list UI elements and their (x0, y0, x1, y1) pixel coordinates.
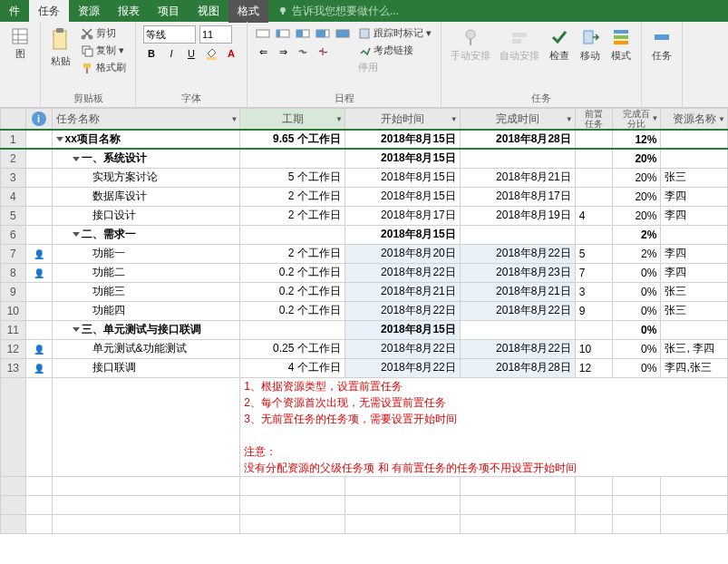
start-cell[interactable]: 2018年8月21日 (345, 282, 460, 301)
empty-row[interactable] (1, 476, 728, 495)
row-number[interactable]: 2 (1, 149, 26, 168)
start-cell[interactable]: 2018年8月15日 (345, 225, 460, 244)
font-color-button[interactable]: A (223, 45, 239, 62)
row-number[interactable]: 8 (1, 263, 26, 282)
res-cell[interactable]: 张三 (661, 301, 728, 320)
table-row[interactable]: 6二、需求一2018年8月15日2% (1, 225, 728, 244)
res-cell[interactable]: 李四,张三 (661, 358, 728, 377)
menu-view[interactable]: 视图 (189, 0, 228, 23)
duration-cell[interactable]: 2 个工作日 (240, 206, 345, 225)
pct-cell[interactable]: 2% (613, 244, 661, 263)
pct-cell[interactable]: 2% (613, 225, 661, 244)
indicator-header[interactable]: i (25, 109, 52, 131)
pct-cell[interactable]: 0% (613, 339, 661, 358)
start-header[interactable]: 开始时间▼ (345, 109, 460, 131)
format-painter-button[interactable]: 格式刷 (79, 60, 128, 75)
res-cell[interactable] (661, 225, 728, 244)
dropdown-icon[interactable]: ▼ (651, 115, 658, 123)
name-header[interactable]: 任务名称▼ (52, 109, 240, 131)
pct-cell[interactable]: 20% (613, 187, 661, 206)
finish-cell[interactable]: 2018年8月23日 (460, 263, 575, 282)
pred-cell[interactable] (575, 149, 613, 168)
font-name-select[interactable] (143, 25, 196, 44)
task-grid[interactable]: i 任务名称▼ 工期▼ 开始时间▼ 完成时间▼ 前置 任务 完成百分比▼ 资源名… (0, 108, 728, 534)
row-number[interactable]: 4 (1, 187, 26, 206)
duration-cell[interactable]: 0.2 个工作日 (240, 301, 345, 320)
res-cell[interactable]: 李四 (661, 244, 728, 263)
menu-resource[interactable]: 资源 (69, 0, 109, 23)
finish-cell[interactable] (460, 225, 575, 244)
duration-cell[interactable] (240, 149, 345, 168)
pct-cell[interactable]: 0% (613, 282, 661, 301)
start-cell[interactable]: 2018年8月15日 (345, 130, 460, 149)
finish-cell[interactable]: 2018年8月22日 (460, 244, 575, 263)
empty-row[interactable] (1, 495, 728, 514)
table-row[interactable]: 10功能四0.2 个工作日2018年8月22日2018年8月22日90%张三 (1, 301, 728, 320)
res-cell[interactable] (661, 149, 728, 168)
start-cell[interactable]: 2018年8月15日 (345, 320, 460, 339)
duration-cell[interactable] (240, 225, 345, 244)
task-name-cell[interactable]: 三、单元测试与接口联调 (52, 320, 240, 339)
menu-task[interactable]: 任务 (29, 0, 69, 23)
table-row[interactable]: 3实现方案讨论5 个工作日2018年8月15日2018年8月21日20%张三 (1, 168, 728, 187)
pred-header[interactable]: 前置 任务 (575, 109, 613, 131)
menu-report[interactable]: 报表 (109, 0, 149, 23)
pct100-button[interactable] (335, 25, 351, 42)
link-button[interactable] (295, 44, 311, 60)
rownum-header[interactable] (1, 109, 26, 131)
finish-cell[interactable]: 2018年8月22日 (460, 339, 575, 358)
table-row[interactable]: 8👤功能二0.2 个工作日2018年8月22日2018年8月23日70%李四 (1, 263, 728, 282)
menu-file[interactable]: 件 (0, 0, 29, 23)
finish-cell[interactable]: 2018年8月22日 (460, 301, 575, 320)
unlink-button[interactable] (315, 44, 331, 60)
menu-format[interactable]: 格式 (228, 0, 268, 23)
empty-row[interactable] (1, 514, 728, 533)
start-cell[interactable]: 2018年8月15日 (345, 168, 460, 187)
dropdown-icon[interactable]: ▼ (718, 115, 725, 123)
auto-schedule-button[interactable]: 自动安排 (498, 25, 541, 90)
task-name-cell[interactable]: 单元测试&功能测试 (52, 339, 240, 358)
pred-cell[interactable] (575, 187, 613, 206)
table-row[interactable]: 7👤功能一2 个工作日2018年8月20日2018年8月22日52%李四 (1, 244, 728, 263)
manual-schedule-button[interactable]: 手动安排 (449, 25, 492, 90)
finish-cell[interactable]: 2018年8月21日 (460, 168, 575, 187)
finish-cell[interactable]: 2018年8月19日 (460, 206, 575, 225)
duration-cell[interactable]: 2 个工作日 (240, 244, 345, 263)
start-cell[interactable]: 2018年8月15日 (345, 149, 460, 168)
row-number[interactable]: 11 (1, 320, 26, 339)
start-cell[interactable]: 2018年8月22日 (345, 339, 460, 358)
pred-cell[interactable]: 7 (575, 263, 613, 282)
gantt-chart-button[interactable]: 图 (7, 25, 33, 103)
fill-color-button[interactable] (203, 45, 219, 62)
finish-cell[interactable]: 2018年8月21日 (460, 282, 575, 301)
table-row[interactable]: 5接口设计2 个工作日2018年8月17日2018年8月19日420%李四 (1, 206, 728, 225)
finish-cell[interactable] (460, 149, 575, 168)
task-name-cell[interactable]: 二、需求一 (52, 225, 240, 244)
task-name-cell[interactable]: 接口联调 (52, 358, 240, 377)
table-row[interactable]: 13👤接口联调4 个工作日2018年8月22日2018年8月28日120%李四,… (1, 358, 728, 377)
row-number[interactable]: 3 (1, 168, 26, 187)
pred-cell[interactable] (575, 225, 613, 244)
duration-cell[interactable]: 5 个工作日 (240, 168, 345, 187)
task-name-cell[interactable]: 一、系统设计 (52, 149, 240, 168)
pred-cell[interactable]: 9 (575, 301, 613, 320)
pct-cell[interactable]: 0% (613, 301, 661, 320)
duration-cell[interactable]: 2 个工作日 (240, 187, 345, 206)
copy-button[interactable]: 复制 ▾ (79, 43, 128, 58)
pct-cell[interactable]: 0% (613, 358, 661, 377)
res-cell[interactable]: 张三 (661, 168, 728, 187)
task-name-cell[interactable]: 功能三 (52, 282, 240, 301)
tell-me-search[interactable]: 告诉我您想要做什么... (277, 4, 399, 19)
res-cell[interactable]: 李四 (661, 187, 728, 206)
dropdown-icon[interactable]: ▼ (451, 115, 458, 123)
pct-cell[interactable]: 0% (613, 263, 661, 282)
table-row[interactable]: 9功能三0.2 个工作日2018年8月21日2018年8月21日30%张三 (1, 282, 728, 301)
res-cell[interactable] (661, 130, 728, 149)
res-cell[interactable]: 张三, 李四 (661, 339, 728, 358)
table-row[interactable]: 1xx项目名称9.65 个工作日2018年8月15日2018年8月28日12% (1, 130, 728, 149)
task-name-cell[interactable]: 功能二 (52, 263, 240, 282)
res-cell[interactable] (661, 320, 728, 339)
dropdown-icon[interactable]: ▼ (335, 115, 343, 123)
row-number[interactable]: 13 (1, 358, 26, 377)
task-name-cell[interactable]: 实现方案讨论 (52, 168, 240, 187)
